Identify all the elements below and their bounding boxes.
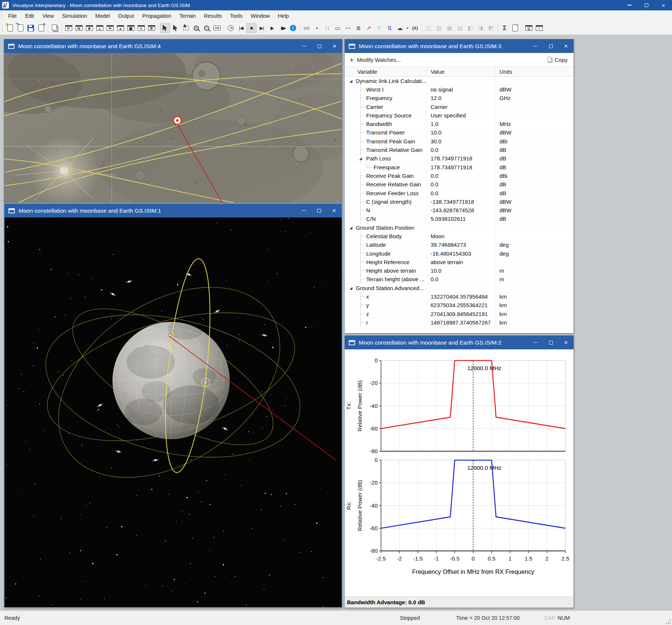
vector-icon[interactable]: ↗ bbox=[364, 23, 374, 33]
watch-row[interactable]: Receive Peak Gain0.0dBi bbox=[345, 172, 574, 180]
map-close-button[interactable]: × bbox=[327, 39, 342, 53]
watch-row[interactable]: N-143.8287874528dBW bbox=[345, 206, 574, 215]
watch-row[interactable]: Transmit Relative Gain0.0dB bbox=[345, 146, 574, 154]
view3d-window-titlebar[interactable]: Moon constellation with moonbase and Ear… bbox=[4, 204, 342, 217]
menu-terrain[interactable]: Terrain bbox=[175, 10, 200, 21]
menu-simulation[interactable]: Simulation bbox=[58, 10, 91, 21]
watch-minimize-button[interactable] bbox=[528, 39, 543, 53]
view3d-close-button[interactable]: × bbox=[327, 204, 342, 217]
go-to-start-icon[interactable]: |◀ bbox=[236, 23, 246, 33]
new-mercator-view-icon[interactable]: M bbox=[74, 23, 84, 33]
watch-row[interactable]: Bandwidth1.0MHz bbox=[345, 120, 574, 128]
new-hierarchy-view-icon[interactable]: ⊥ bbox=[94, 23, 105, 33]
propagation-cloud-icon[interactable]: ☁ bbox=[395, 23, 405, 33]
run-fast-icon[interactable]: ▶▶ bbox=[277, 23, 288, 33]
view3d-maximize-button[interactable] bbox=[311, 204, 327, 217]
swap-icon[interactable]: ⇅ bbox=[384, 23, 395, 33]
map-window-titlebar[interactable]: Moon constellation with moonbase and Ear… bbox=[4, 39, 342, 53]
link-icon[interactable]: •–• bbox=[343, 23, 353, 33]
watch-row[interactable]: ◢Path Loss178.7349771918dB bbox=[345, 154, 574, 163]
watch-row[interactable]: Height above terrain10.0m bbox=[345, 267, 574, 275]
watch-row[interactable]: Transmit Power10.0dBW bbox=[345, 129, 574, 137]
watch-row[interactable]: Height Referenceabove terrain bbox=[345, 258, 574, 266]
menu-propagation[interactable]: Propagation bbox=[138, 10, 175, 21]
view3d-minimize-button[interactable] bbox=[296, 204, 311, 217]
watch-maximize-button[interactable] bbox=[543, 39, 558, 53]
expander-icon[interactable]: ◢ bbox=[350, 79, 352, 83]
map-canvas[interactable] bbox=[4, 53, 342, 203]
new-globe-view-icon[interactable]: ⊕ bbox=[84, 23, 94, 33]
sum-results-icon[interactable]: Σ bbox=[499, 23, 510, 33]
spectrum-close-button[interactable]: × bbox=[558, 336, 574, 349]
menu-output[interactable]: Output bbox=[114, 10, 138, 21]
menu-results[interactable]: Results bbox=[200, 10, 226, 21]
watch-row[interactable]: ◢Ground Station.Position bbox=[345, 223, 574, 232]
menubar-grip[interactable] bbox=[1, 13, 2, 19]
watch-row[interactable]: r148718987.3740567267km bbox=[345, 318, 574, 327]
step-icon[interactable]: ▶| bbox=[257, 23, 267, 33]
watch-row[interactable]: Freespace178.7349771918dB bbox=[345, 163, 574, 172]
display-rect-icon[interactable]: ▭ bbox=[332, 23, 343, 33]
column-header-units[interactable]: Units bbox=[496, 67, 574, 76]
scatter-icon[interactable]: ∷ bbox=[322, 23, 332, 33]
watch-row[interactable]: y62375034.2555364221km bbox=[345, 301, 574, 310]
watch-row[interactable]: ◢Dynamic link.Link Calculati... bbox=[345, 77, 574, 85]
map-minimize-button[interactable] bbox=[297, 39, 312, 53]
menu-help[interactable]: Help bbox=[274, 10, 293, 21]
watch-row[interactable]: C (signal strength)-138.7349771918dBW bbox=[345, 197, 574, 206]
watch-row[interactable]: Receive Relative Gain0.0dB bbox=[345, 180, 574, 189]
route-view-icon[interactable]: ∿ bbox=[534, 23, 544, 33]
watch-row[interactable]: Frequency SourceUser specified bbox=[345, 111, 574, 120]
variable-icon[interactable]: {X} bbox=[410, 23, 420, 33]
map-maximize-button[interactable] bbox=[312, 39, 327, 53]
watch-row[interactable]: Transmit Peak Gain30.0dBi bbox=[345, 137, 574, 146]
watch-row[interactable]: ◢Ground Station.Advanced... bbox=[345, 284, 574, 292]
modify-watches-button[interactable]: Modify Watches... bbox=[357, 57, 401, 63]
watch-row[interactable]: Terrain height (above ...0.0m bbox=[345, 275, 574, 284]
spectrum-minimize-button[interactable] bbox=[528, 336, 543, 349]
watch-close-button[interactable]: × bbox=[558, 39, 574, 53]
main-titlebar[interactable]: Visualyse Interplanetary - Moon constell… bbox=[0, 0, 672, 10]
expander-icon[interactable]: ◢ bbox=[350, 286, 352, 290]
expander-icon[interactable]: ◢ bbox=[350, 226, 352, 230]
menu-edit[interactable]: Edit bbox=[21, 10, 38, 21]
watch-row[interactable]: Latitude39.746884273deg bbox=[345, 241, 574, 249]
watch-row[interactable]: Worst Ino signaldBW bbox=[345, 85, 574, 94]
copy-icon[interactable] bbox=[50, 23, 60, 33]
watch-row[interactable]: CarrierCarrier bbox=[345, 103, 574, 111]
watch-row[interactable]: z27041309.8456452191km bbox=[345, 310, 574, 318]
new-terrain-view-icon[interactable]: ▲ bbox=[115, 23, 126, 33]
stop-icon[interactable]: ■ bbox=[246, 23, 257, 33]
watch-row[interactable]: C/N5.0938102611dB bbox=[345, 215, 574, 223]
point-icon[interactable]: ● bbox=[312, 23, 322, 33]
simulation-time-icon[interactable] bbox=[225, 23, 236, 33]
new-table-view-icon[interactable]: ▦ bbox=[126, 23, 136, 33]
copy-watches-button[interactable]: Copy bbox=[548, 57, 568, 63]
spectrum-window-titlebar[interactable]: Moon constellation with moonbase and Ear… bbox=[345, 336, 574, 349]
watch-row[interactable]: Longitude-16.4804154303deg bbox=[345, 249, 574, 258]
close-document-icon[interactable]: × bbox=[36, 23, 46, 33]
menu-tools[interactable]: Tools bbox=[226, 10, 247, 21]
watch-row[interactable]: x132270404.357956484km bbox=[345, 292, 574, 301]
zoom-100-icon[interactable]: 100 bbox=[212, 23, 222, 33]
watch-row[interactable]: Celestial BodyMoon bbox=[345, 232, 574, 240]
watch-row[interactable]: Frequency12.0GHz bbox=[345, 94, 574, 103]
search-view-icon[interactable]: Q bbox=[524, 23, 534, 33]
open-simulation-icon[interactable]: ↷ bbox=[15, 23, 26, 33]
new-simulation-icon[interactable]: ∗ bbox=[5, 23, 15, 33]
column-header-variable[interactable]: Variable bbox=[345, 67, 427, 76]
new-antenna-view-icon[interactable]: Ψ bbox=[105, 23, 115, 33]
link-list-icon[interactable]: ≣ bbox=[353, 23, 364, 33]
menu-window[interactable]: Window bbox=[247, 10, 274, 21]
column-header-value[interactable]: Value bbox=[427, 67, 496, 76]
group-flow-icon[interactable]: ∵ bbox=[374, 23, 384, 33]
play-icon[interactable]: ▶ bbox=[267, 23, 277, 33]
zoom-in-icon[interactable]: + bbox=[191, 23, 201, 33]
save-icon[interactable] bbox=[26, 23, 36, 33]
new-plate-carree-view-icon[interactable]: P bbox=[63, 23, 74, 33]
resize-grip[interactable] bbox=[666, 619, 671, 624]
menu-view[interactable]: View bbox=[38, 10, 58, 21]
area-select-tool-icon[interactable] bbox=[181, 23, 191, 33]
menu-file[interactable]: File bbox=[4, 10, 21, 21]
info-icon[interactable]: i bbox=[288, 23, 298, 33]
